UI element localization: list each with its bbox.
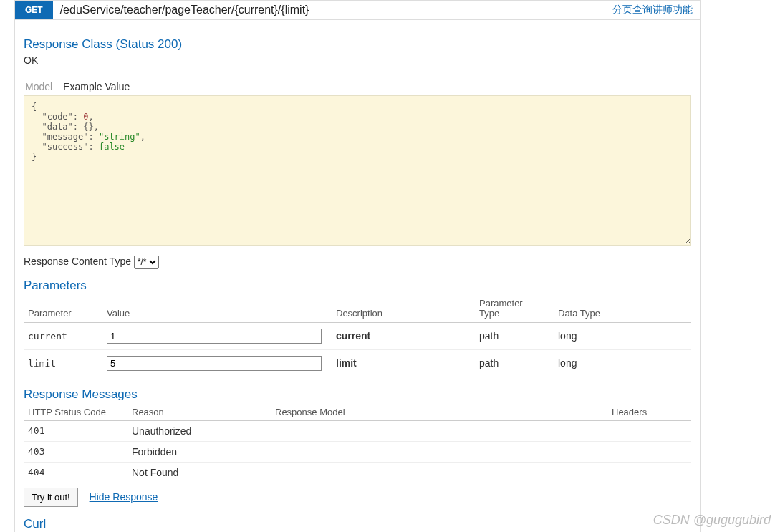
example-value-box[interactable]: { "code": 0, "data": {}, "message": "str… xyxy=(24,95,691,246)
reason: Not Found xyxy=(127,462,271,483)
status-code: 401 xyxy=(24,420,127,441)
col-data-type: Data Type xyxy=(554,296,691,322)
response-messages-title: Response Messages xyxy=(24,387,691,402)
response-content-type-select[interactable]: */* xyxy=(134,256,159,269)
response-content-type-row: Response Content Type */* xyxy=(24,256,691,269)
curl-title: Curl xyxy=(24,517,691,531)
tab-model[interactable]: Model xyxy=(24,79,57,95)
col-headers: Headers xyxy=(607,405,691,421)
operation-body: Response Class (Status 200) OK ModelExam… xyxy=(15,20,700,532)
reason: Forbidden xyxy=(127,441,271,462)
col-status-code: HTTP Status Code xyxy=(24,405,127,421)
try-it-out-button[interactable]: Try it out! xyxy=(24,488,78,507)
param-value-input-limit[interactable] xyxy=(107,356,322,371)
col-parameter-type: Parameter Type xyxy=(475,296,554,322)
col-value: Value xyxy=(102,296,332,322)
response-class-ok: OK xyxy=(24,54,691,66)
operation-header[interactable]: GET /eduService/teacher/pageTeacher/{cur… xyxy=(15,1,700,20)
col-reason: Reason xyxy=(127,405,271,421)
response-messages-table: HTTP Status Code Reason Response Model H… xyxy=(24,405,691,483)
col-parameter: Parameter xyxy=(24,296,102,322)
param-datatype: long xyxy=(554,322,691,349)
param-value-input-current[interactable] xyxy=(107,329,322,344)
param-datatype: long xyxy=(554,349,691,377)
status-code: 404 xyxy=(24,462,127,483)
tab-example-value[interactable]: Example Value xyxy=(57,79,134,95)
response-tabs: ModelExample Value xyxy=(24,79,691,95)
table-row: 403 Forbidden xyxy=(24,441,691,462)
operation-panel: GET /eduService/teacher/pageTeacher/{cur… xyxy=(14,0,701,532)
response-content-type-label: Response Content Type xyxy=(24,256,131,267)
table-row: limit limit path long xyxy=(24,349,691,377)
http-method-badge: GET xyxy=(15,1,53,19)
col-description: Description xyxy=(332,296,475,322)
response-class-title: Response Class (Status 200) xyxy=(24,37,691,52)
table-row: 401 Unauthorized xyxy=(24,420,691,441)
endpoint-path: /eduService/teacher/pageTeacher/{current… xyxy=(53,1,605,19)
operation-summary[interactable]: 分页查询讲师功能 xyxy=(605,1,700,19)
table-row: 404 Not Found xyxy=(24,462,691,483)
param-description: current xyxy=(332,322,475,349)
param-description: limit xyxy=(332,349,475,377)
hide-response-link[interactable]: Hide Response xyxy=(90,491,158,503)
col-response-model: Response Model xyxy=(271,405,607,421)
param-name: current xyxy=(24,322,102,349)
reason: Unauthorized xyxy=(127,420,271,441)
param-type: path xyxy=(475,349,554,377)
parameters-title: Parameters xyxy=(24,279,691,293)
param-name: limit xyxy=(24,349,102,377)
param-type: path xyxy=(475,322,554,349)
parameters-table: Parameter Value Description Parameter Ty… xyxy=(24,296,691,377)
table-row: current current path long xyxy=(24,322,691,349)
status-code: 403 xyxy=(24,441,127,462)
actions-row: Try it out! Hide Response xyxy=(24,488,691,507)
